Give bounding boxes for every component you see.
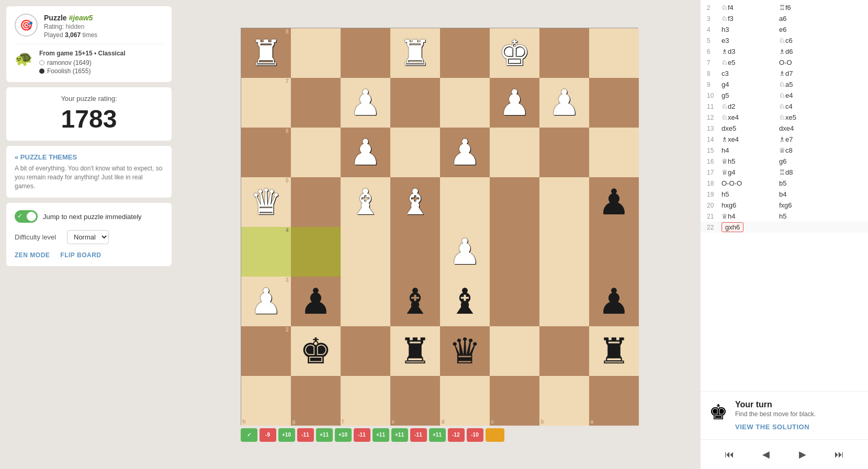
square-g8[interactable] [291, 28, 341, 78]
square-g3[interactable]: ♟ [291, 277, 341, 326]
square-b2[interactable] [539, 326, 589, 376]
square-f1[interactable]: f [341, 376, 390, 426]
square-e3[interactable]: ♝ [390, 277, 440, 326]
square-f7[interactable]: ♟ [341, 78, 390, 128]
square-a6[interactable] [589, 128, 639, 177]
move-row-18[interactable]: 18 O-O-O b5 [701, 178, 868, 189]
square-a8[interactable] [589, 28, 639, 78]
nav-next-icon: ▶ [799, 449, 806, 460]
square-c4[interactable] [490, 227, 539, 277]
move-row-19[interactable]: 19 h5 b4 [701, 189, 868, 200]
move-row-14[interactable]: 14 ♗xe4 ♗e7 [701, 134, 868, 145]
square-g4[interactable] [291, 227, 341, 277]
square-f2[interactable] [341, 326, 390, 376]
square-d4[interactable]: ♟ [440, 227, 490, 277]
square-b3[interactable] [539, 277, 589, 326]
move-row-10[interactable]: 10 g5 ♘e4 [701, 90, 868, 101]
move-row-8[interactable]: 8 c3 ♗d7 [701, 68, 868, 79]
square-d5[interactable] [440, 177, 490, 227]
square-f5[interactable]: ♝ [341, 177, 390, 227]
eval-badge-pos10-2: +10 [335, 428, 352, 442]
square-b5[interactable] [539, 177, 589, 227]
move-row-16[interactable]: 16 ♕h5 g6 [701, 156, 868, 167]
square-d2[interactable]: ♛ [440, 326, 490, 376]
square-c5[interactable] [490, 177, 539, 227]
square-b7[interactable]: ♟ [539, 78, 589, 128]
square-g7[interactable] [291, 78, 341, 128]
square-a1[interactable]: a [589, 376, 639, 426]
zen-mode-button[interactable]: ZEN MODE [15, 251, 50, 259]
square-c1[interactable]: c [490, 376, 539, 426]
square-g1[interactable]: g [291, 376, 341, 426]
square-c7[interactable]: ♟ [490, 78, 539, 128]
square-a7[interactable] [589, 78, 639, 128]
flip-board-button[interactable]: FLIP BOARD [60, 251, 101, 259]
move-row-6[interactable]: 6 ♗d3 ♗d6 [701, 46, 868, 57]
nav-prev-button[interactable]: ◀ [748, 445, 784, 464]
square-h1[interactable]: h [241, 376, 291, 426]
square-a2[interactable]: ♜ [589, 326, 639, 376]
nav-next-button[interactable]: ▶ [784, 445, 821, 464]
square-e6[interactable] [390, 128, 440, 177]
difficulty-select[interactable]: Easier Normal Harder [67, 230, 109, 244]
square-g2[interactable]: ♚ [291, 326, 341, 376]
square-f6[interactable]: ♟ [341, 128, 390, 177]
square-a4[interactable] [589, 227, 639, 277]
square-c3[interactable] [490, 277, 539, 326]
square-e7[interactable] [390, 78, 440, 128]
chess-board[interactable]: ♜ 8 ♜ ♚ 7 [241, 28, 638, 425]
square-b1[interactable]: b [539, 376, 589, 426]
view-solution-button[interactable]: VIEW THE SOLUTION [735, 423, 809, 431]
square-g5[interactable] [291, 177, 341, 227]
square-h5[interactable]: 5 ♛ [241, 177, 291, 227]
move-row-22[interactable]: 22 gxh6 [701, 222, 868, 233]
square-h8[interactable]: ♜ 8 [241, 28, 291, 78]
nav-last-button[interactable]: ⏭ [821, 445, 858, 464]
square-d6[interactable]: ♟ [440, 128, 490, 177]
move-row-9[interactable]: 9 g4 ♘a5 [701, 79, 868, 90]
move-row-3[interactable]: 3 ♘f3 a6 [701, 13, 868, 24]
square-a3[interactable]: ♟ [589, 277, 639, 326]
jump-to-next-toggle[interactable]: ✓ [15, 210, 38, 223]
move-row-12[interactable]: 12 ♘xe4 ♘xe5 [701, 112, 868, 123]
move-row-5[interactable]: 5 e3 ♘c6 [701, 35, 868, 46]
square-c2[interactable] [490, 326, 539, 376]
nav-first-button[interactable]: ⏮ [711, 445, 748, 464]
square-e8[interactable]: ♜ [390, 28, 440, 78]
square-d7[interactable] [440, 78, 490, 128]
square-c6[interactable] [490, 128, 539, 177]
square-b4[interactable] [539, 227, 589, 277]
square-h3[interactable]: 3 ♟ [241, 277, 291, 326]
square-d8[interactable] [440, 28, 490, 78]
square-e1[interactable]: e [390, 376, 440, 426]
move-row-17[interactable]: 17 ♕g4 ♖d8 [701, 167, 868, 178]
move-row-4[interactable]: 4 h3 e6 [701, 24, 868, 35]
move-row-2[interactable]: 2 ♘f4 ♖f6 [701, 2, 868, 13]
move-row-7[interactable]: 7 ♘e5 O-O [701, 57, 868, 68]
square-h6[interactable]: 6 [241, 128, 291, 177]
square-e5[interactable]: ♝ [390, 177, 440, 227]
square-e2[interactable]: ♜ [390, 326, 440, 376]
themes-title[interactable]: « PUZZLE THEMES [15, 153, 163, 161]
square-h4[interactable]: 4 [241, 227, 291, 277]
square-d1[interactable]: d [440, 376, 490, 426]
square-f3[interactable] [341, 277, 390, 326]
square-e4[interactable] [390, 227, 440, 277]
square-h2[interactable]: 2 [241, 326, 291, 376]
square-c8[interactable]: ♚ [490, 28, 539, 78]
puzzle-id-link[interactable]: #jeaw5 [69, 14, 93, 22]
square-d3[interactable]: ♝ [440, 277, 490, 326]
move-row-21[interactable]: 21 ♕h4 h5 [701, 211, 868, 222]
square-h7[interactable]: 7 [241, 78, 291, 128]
square-g6[interactable] [291, 128, 341, 177]
themes-description: A bit of everything. You don't know what… [15, 164, 163, 190]
square-f4[interactable] [341, 227, 390, 277]
square-f8[interactable] [341, 28, 390, 78]
move-row-13[interactable]: 13 dxe5 dxe4 [701, 123, 868, 134]
square-b6[interactable] [539, 128, 589, 177]
square-b8[interactable] [539, 28, 589, 78]
move-row-11[interactable]: 11 ♘d2 ♘c4 [701, 101, 868, 112]
move-row-15[interactable]: 15 h4 ♕c8 [701, 145, 868, 156]
square-a5[interactable]: ♟ [589, 177, 639, 227]
move-row-20[interactable]: 20 hxg6 fxg6 [701, 200, 868, 211]
